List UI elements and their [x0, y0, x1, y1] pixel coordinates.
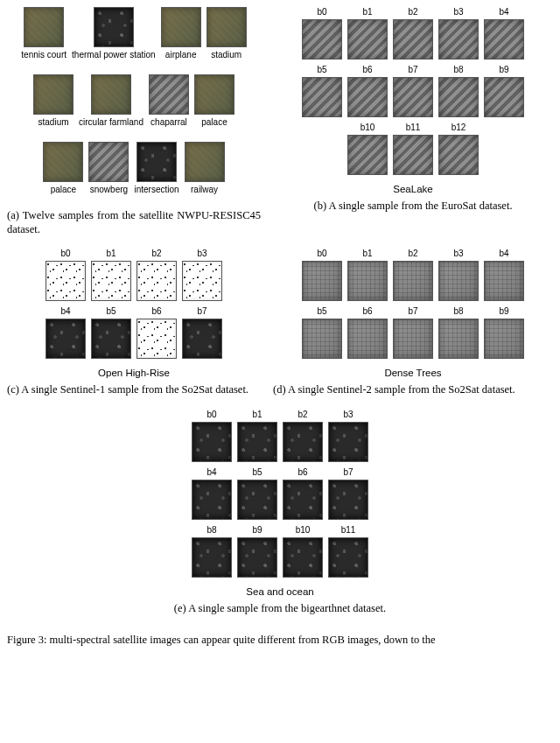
- subfigure-c-caption: (c) A single Sentinel-1 sample from the …: [7, 383, 261, 397]
- band-label: b6: [151, 306, 161, 316]
- subfigure-d: b0 b1 b2 b3 b4 b5 b6 b7 b8 b9 Dense Tree…: [273, 249, 553, 397]
- band-label: b0: [317, 7, 326, 17]
- subfigure-c-class: Open High-Rise: [98, 368, 170, 378]
- band-tile: b3: [438, 7, 479, 60]
- sample-tile: snowberg: [88, 142, 129, 204]
- sat-image: [91, 74, 131, 115]
- band-label: b0: [60, 249, 70, 258]
- band-image: [484, 319, 524, 359]
- band-label: b6: [362, 306, 372, 316]
- band-label: b11: [341, 525, 356, 535]
- class-label: stadium: [211, 50, 242, 69]
- band-label: b3: [453, 249, 463, 258]
- band-tile: b6: [283, 467, 323, 520]
- band-label: b8: [453, 65, 463, 74]
- subfigure-b-grid: b0 b1 b2 b3 b4 b5 b6 b7 b8 b9 b10 b11 b1…: [302, 7, 524, 200]
- sat-image: [43, 142, 83, 182]
- band-image: [283, 422, 323, 462]
- sat-image: [149, 74, 189, 115]
- sat-image: [94, 7, 134, 47]
- subfigure-a-grid: tennis court thermal power station airpl…: [21, 7, 246, 209]
- sample-tile: airplane: [161, 7, 201, 69]
- subfigure-b: b0 b1 b2 b3 b4 b5 b6 b7 b8 b9 b10 b11 b1…: [273, 7, 553, 236]
- band-tile: b12: [438, 123, 479, 175]
- band-tile: b4: [484, 249, 524, 301]
- sat-image: [24, 7, 64, 47]
- band-tile: b1: [91, 249, 131, 301]
- band-label: b5: [252, 467, 262, 477]
- band-image: [136, 261, 177, 301]
- band-label: b6: [362, 65, 372, 74]
- band-image: [484, 261, 524, 301]
- class-label: intersection: [134, 185, 178, 204]
- band-tile: b6: [136, 306, 177, 359]
- band-tile: b8: [438, 306, 479, 359]
- band-tile: b0: [192, 410, 232, 462]
- band-image: [347, 77, 388, 117]
- band-image: [237, 480, 277, 520]
- subfigure-a-caption: (a) Twelve samples from the satellite NW…: [7, 209, 261, 236]
- band-image: [302, 261, 342, 301]
- band-label: b11: [406, 123, 421, 132]
- band-label: b7: [343, 467, 353, 477]
- sample-tile: stadium: [206, 7, 247, 69]
- band-label: b3: [453, 7, 463, 17]
- sat-image: [88, 142, 129, 182]
- band-tile: b5: [302, 306, 342, 359]
- subfigure-a: tennis court thermal power station airpl…: [7, 7, 261, 236]
- band-image: [347, 19, 388, 60]
- class-label: circular farmland: [79, 117, 144, 137]
- band-tile: b2: [283, 410, 323, 462]
- band-image: [393, 319, 433, 359]
- band-tile: b8: [192, 525, 232, 578]
- subfigure-d-class: Dense Trees: [384, 368, 441, 378]
- band-image: [283, 480, 323, 520]
- band-label: b9: [499, 306, 508, 316]
- band-image: [438, 261, 479, 301]
- class-label: chaparral: [150, 117, 187, 137]
- band-image: [328, 422, 368, 462]
- sat-image: [161, 7, 201, 47]
- band-tile: b2: [393, 249, 433, 301]
- sample-tile: chaparral: [149, 74, 189, 137]
- class-label: airplane: [165, 50, 197, 69]
- band-image: [347, 319, 388, 359]
- sample-tile: tennis court: [21, 7, 66, 69]
- band-label: b7: [408, 65, 417, 74]
- band-image: [182, 319, 222, 359]
- class-label: railway: [191, 185, 218, 204]
- band-image: [438, 19, 479, 60]
- band-label: b1: [362, 249, 372, 258]
- band-label: b8: [453, 306, 463, 316]
- sample-tile: railway: [185, 142, 225, 204]
- band-image: [302, 319, 342, 359]
- band-image: [46, 261, 86, 301]
- band-tile: b1: [347, 249, 388, 301]
- band-tile: b6: [347, 65, 388, 117]
- band-tile: b3: [328, 410, 368, 462]
- band-image: [192, 480, 232, 520]
- band-image: [91, 261, 131, 301]
- sample-tile: stadium: [33, 74, 74, 137]
- band-image: [192, 422, 232, 462]
- band-label: b10: [296, 525, 311, 535]
- band-label: b4: [499, 249, 508, 258]
- subfigure-c: b0 b1 b2 b3 b4 b5 b6 b7 Open High-Rise (…: [7, 249, 261, 397]
- subfigure-e-caption: (e) A single sample from the bigearthnet…: [7, 602, 553, 616]
- band-tile: b9: [484, 65, 524, 117]
- band-label: b3: [197, 249, 206, 258]
- band-label: b5: [317, 65, 326, 74]
- band-tile: b9: [484, 306, 524, 359]
- band-tile: b2: [136, 249, 177, 301]
- band-label: b2: [298, 410, 307, 419]
- band-image: [91, 319, 131, 359]
- band-label: b4: [206, 467, 216, 477]
- band-image: [393, 135, 433, 175]
- band-tile: b4: [46, 306, 86, 359]
- band-image: [237, 537, 277, 578]
- band-label: b2: [408, 7, 417, 17]
- sat-image: [206, 7, 247, 47]
- band-image: [484, 77, 524, 117]
- class-label: stadium: [38, 117, 69, 137]
- band-label: b5: [317, 306, 326, 316]
